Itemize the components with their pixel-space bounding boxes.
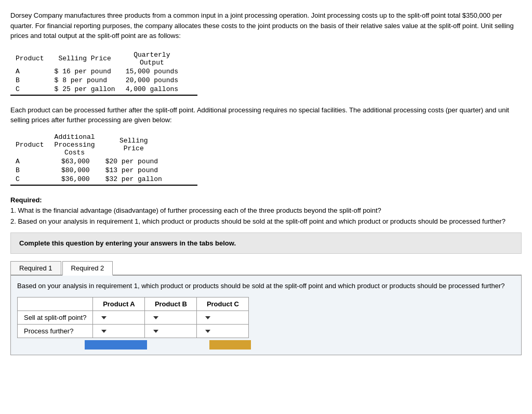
sell-product-c[interactable]: [197, 311, 249, 325]
required-section: Required: 1. What is the financial advan…: [10, 195, 522, 227]
product-b-1: B: [10, 76, 49, 85]
process-a-dropdown-icon[interactable]: [101, 330, 107, 333]
process-label: Process further?: [18, 325, 93, 338]
price-b-2: $13 per pound: [100, 166, 167, 175]
answer-col-product-a: Product A: [93, 297, 145, 311]
product-c-2: C: [10, 175, 49, 184]
bottom-bars: [17, 340, 515, 350]
table-divider: [10, 95, 197, 96]
output-b-1: 20,000 pounds: [121, 76, 183, 85]
required-q2: 2. Based on your analysis in requirement…: [10, 216, 522, 227]
answer-table: Product A Product B Product C Sell at sp…: [17, 297, 249, 338]
col-selling-price-1: Selling Price: [49, 50, 121, 67]
price-a-2: $20 per pound: [100, 157, 167, 166]
output-c-1: 4,000 gallons: [121, 85, 183, 94]
product-a-2: A: [10, 157, 49, 166]
product-table-2: Product AdditionalProcessingCosts Sellin…: [10, 133, 522, 186]
table-row: C $36,000 $32 per gallon: [10, 175, 167, 184]
process-product-c[interactable]: [197, 325, 249, 338]
tabs-container: Required 1 Required 2 Based on your anal…: [10, 261, 522, 356]
answer-col-product-c: Product C: [197, 297, 249, 311]
table-divider-2: [10, 185, 197, 186]
table-row-sell: Sell at split-off point?: [18, 311, 249, 325]
process-product-a[interactable]: [93, 325, 145, 338]
table-row: A $63,000 $20 per pound: [10, 157, 167, 166]
col-product-2: Product: [10, 133, 49, 157]
table-row-process: Process further?: [18, 325, 249, 338]
process-product-b[interactable]: [145, 325, 197, 338]
required-q1: 1. What is the financial advantage (disa…: [10, 205, 522, 216]
sell-product-a[interactable]: [93, 311, 145, 325]
col-selling-price-2: SellingPrice: [100, 133, 167, 157]
sell-product-b[interactable]: [145, 311, 197, 325]
cost-a: $63,000: [49, 157, 100, 166]
complete-box: Complete this question by entering your …: [10, 232, 522, 254]
col-product-1: Product: [10, 50, 49, 67]
col-additional-processing: AdditionalProcessingCosts: [49, 133, 100, 157]
process-c-dropdown-icon[interactable]: [205, 330, 210, 333]
product-table-1: Product Selling Price QuarterlyOutput A …: [10, 50, 522, 96]
tab-required-2[interactable]: Required 2: [62, 261, 113, 276]
table-row: A $ 16 per pound 15,000 pounds: [10, 67, 183, 76]
required-label: Required:: [10, 196, 42, 204]
blue-bar[interactable]: [85, 340, 147, 350]
col-quarterly-output: QuarterlyOutput: [121, 50, 183, 67]
sell-label: Sell at split-off point?: [18, 311, 93, 325]
product-a-1: A: [10, 67, 49, 76]
sell-c-dropdown-icon[interactable]: [205, 316, 210, 319]
price-c-2: $32 per gallon: [100, 175, 167, 184]
sell-a-dropdown-icon[interactable]: [101, 316, 107, 319]
tab-required-1[interactable]: Required 1: [10, 261, 61, 275]
tab-2-content: Based on your analysis in requirement 1,…: [10, 276, 522, 356]
table-row: C $ 25 per gallon 4,000 gallons: [10, 85, 183, 94]
output-a-1: 15,000 pounds: [121, 67, 183, 76]
orange-bar[interactable]: [209, 340, 251, 350]
sell-b-dropdown-icon[interactable]: [153, 316, 158, 319]
tab-2-description: Based on your analysis in requirement 1,…: [17, 281, 515, 291]
price-c-1: $ 25 per gallon: [49, 85, 121, 94]
price-b-1: $ 8 per pound: [49, 76, 121, 85]
answer-col-empty: [18, 297, 93, 311]
product-b-2: B: [10, 166, 49, 175]
price-a-1: $ 16 per pound: [49, 67, 121, 76]
intro-paragraph: Dorsey Company manufactures three produc…: [10, 10, 522, 41]
tabs-row: Required 1 Required 2: [10, 261, 522, 276]
complete-box-text: Complete this question by entering your …: [19, 239, 236, 247]
table-row: B $80,000 $13 per pound: [10, 166, 167, 175]
cost-b: $80,000: [49, 166, 100, 175]
table-row: B $ 8 per pound 20,000 pounds: [10, 76, 183, 85]
product-c-1: C: [10, 85, 49, 94]
process-b-dropdown-icon[interactable]: [153, 330, 158, 333]
cost-c: $36,000: [49, 175, 100, 184]
section-2-paragraph: Each product can be processed further af…: [10, 105, 522, 125]
answer-col-product-b: Product B: [145, 297, 197, 311]
